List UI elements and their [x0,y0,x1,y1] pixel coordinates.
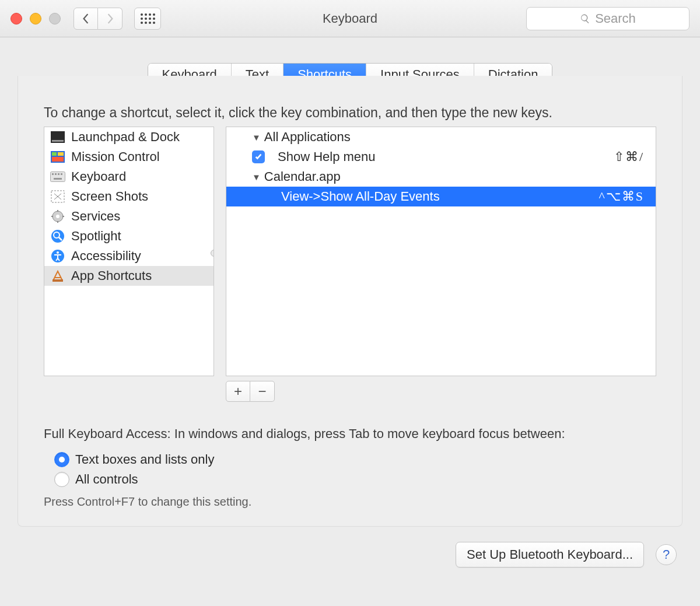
add-shortcut-button[interactable]: + [226,381,250,402]
svg-rect-1 [52,140,64,142]
sidebar-item-label: Accessibility [71,248,141,264]
sidebar-item-screenshots[interactable]: Screen Shots [44,187,214,206]
launchpad-icon [50,129,65,145]
services-icon [50,209,65,224]
shortcut-item-show-all-day-events[interactable]: View->Show All-Day Events ^⌥⌘S [226,187,656,206]
svg-rect-25 [52,279,63,282]
chevron-left-icon [82,13,89,24]
radio-button-icon [54,452,69,467]
accessibility-icon [50,248,65,264]
shortcut-label: View->Show All-Day Events [281,189,598,204]
search-placeholder: Search [595,11,636,26]
screenshots-icon [50,189,65,204]
lists-row: Launchpad & Dock Mission Control Keyboar… [44,127,656,376]
instruction-text: To change a shortcut, select it, click t… [44,105,656,121]
checkbox-enabled[interactable] [252,150,265,163]
show-all-button[interactable] [134,8,161,30]
svg-rect-7 [52,173,54,175]
mission-control-icon [50,149,65,164]
group-label: All Applications [264,129,351,145]
svg-rect-3 [52,152,57,156]
sidebar-item-spotlight[interactable]: Spotlight [44,226,214,246]
svg-rect-5 [52,157,64,162]
search-icon [580,13,590,24]
group-all-applications[interactable]: ▼ All Applications [226,127,656,147]
shortcut-label: Show Help menu [278,149,614,164]
sidebar-item-label: Spotlight [71,229,121,244]
zoom-window-button[interactable] [49,13,61,24]
category-list[interactable]: Launchpad & Dock Mission Control Keyboar… [44,127,214,376]
nav-buttons [74,8,123,30]
shortcut-item-show-help-menu[interactable]: Show Help menu ⇧⌘/ [226,147,656,167]
footer-row: Set Up Bluetooth Keyboard... ? [0,542,700,568]
full-keyboard-access-text: Full Keyboard Access: In windows and dia… [44,426,656,442]
titlebar: Keyboard Search [0,0,700,37]
sidebar-item-label: Keyboard [71,169,126,184]
setup-bluetooth-keyboard-button[interactable]: Set Up Bluetooth Keyboard... [456,542,644,568]
radio-button-icon [54,472,69,487]
shortcut-keys: ^⌥⌘S [598,189,644,204]
svg-rect-10 [61,173,62,175]
svg-rect-4 [58,152,64,156]
disclosure-triangle-icon[interactable]: ▼ [252,172,261,182]
search-input[interactable]: Search [526,7,690,30]
sidebar-item-label: Mission Control [71,149,160,164]
sidebar-item-app-shortcuts[interactable]: App Shortcuts [44,266,214,286]
app-shortcuts-icon [50,268,65,283]
close-window-button[interactable] [10,13,22,24]
help-button[interactable]: ? [656,544,677,565]
sidebar-item-label: Services [71,209,120,224]
keyboard-icon [50,169,65,184]
sidebar-item-label: Screen Shots [71,189,148,204]
add-remove-buttons: + − [226,381,656,402]
disclosure-triangle-icon[interactable]: ▼ [252,132,261,142]
resize-handle[interactable] [211,250,214,257]
remove-shortcut-button[interactable]: − [250,381,275,402]
sidebar-item-launchpad[interactable]: Launchpad & Dock [44,127,214,147]
svg-rect-9 [58,173,60,175]
sidebar-item-services[interactable]: Services [44,206,214,226]
sidebar-item-label: Launchpad & Dock [71,129,180,145]
sidebar-item-mission-control[interactable]: Mission Control [44,147,214,167]
group-label: Calendar.app [264,169,341,184]
traffic-lights [10,13,61,24]
radio-all-controls[interactable]: All controls [54,470,656,489]
svg-point-23 [57,251,59,254]
shortcuts-pane: To change a shortcut, select it, click t… [18,76,682,527]
radio-label: All controls [75,472,138,487]
chevron-right-icon [107,13,114,24]
forward-button[interactable] [98,8,123,30]
group-calendar-app[interactable]: ▼ Calendar.app [226,167,656,187]
svg-rect-11 [54,178,62,180]
sidebar-item-accessibility[interactable]: Accessibility [44,246,214,266]
keyboard-access-hint: Press Control+F7 to change this setting. [44,495,656,509]
svg-point-19 [51,230,64,243]
minimize-window-button[interactable] [30,13,41,24]
full-keyboard-access-radio-group: Text boxes and lists only All controls [54,450,656,489]
sidebar-item-label: App Shortcuts [71,268,152,283]
svg-rect-8 [55,173,57,175]
shortcut-detail-list[interactable]: ▼ All Applications Show Help menu ⇧⌘/ ▼ … [226,127,656,376]
svg-point-14 [56,215,60,218]
radio-text-boxes-lists[interactable]: Text boxes and lists only [54,450,656,470]
radio-label: Text boxes and lists only [75,452,214,467]
sidebar-item-keyboard[interactable]: Keyboard [44,167,214,187]
shortcut-keys: ⇧⌘/ [614,149,644,164]
back-button[interactable] [74,8,98,30]
spotlight-icon [50,229,65,244]
grid-icon [141,13,155,24]
